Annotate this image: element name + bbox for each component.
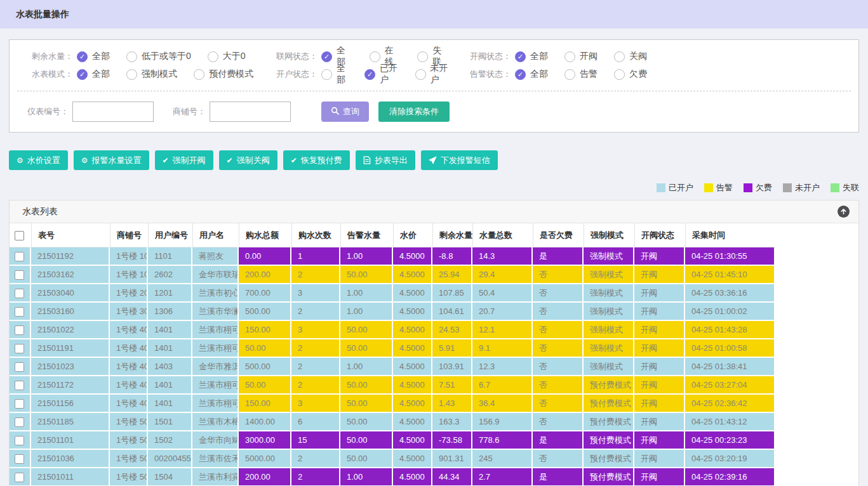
radio-checked-icon: ✓ [77, 69, 88, 80]
row-checkbox[interactable] [15, 362, 24, 372]
radio-icon [126, 69, 137, 80]
cell-collect-time: 04-25 03:36:16 [685, 284, 775, 303]
action-button-6[interactable]: 下发报警短信 [421, 150, 498, 170]
select-all-header-cell [10, 223, 31, 247]
column-header-2: 用户编号 [148, 223, 192, 247]
radio-account-status-0[interactable]: 全部 [321, 63, 348, 86]
cell-purchase-count: 2 [291, 468, 340, 486]
cell-purchase-total: 0.00 [239, 247, 291, 266]
clear-search-button[interactable]: 清除搜索条件 [378, 102, 450, 122]
row-checkbox[interactable] [15, 289, 24, 298]
cell-is-arrears: 否 [533, 376, 584, 395]
row-checkbox[interactable] [15, 417, 24, 427]
row-checkbox-cell [10, 431, 31, 450]
cell-user-name: 兰溪市华澜工 [192, 303, 239, 321]
radio-valve-status-2[interactable]: 关阀 [614, 51, 647, 62]
cell-alarm-volume: 1.00 [340, 358, 393, 376]
row-checkbox[interactable] [15, 325, 24, 335]
radio-icon [126, 51, 137, 62]
cell-price: 4.5000 [393, 358, 432, 376]
cell-remaining-volume: -8.8 [432, 247, 472, 266]
radio-meter-mode-1[interactable]: 强制模式 [126, 69, 177, 80]
row-checkbox[interactable] [15, 252, 24, 261]
radio-remaining-volume-0[interactable]: ✓全部 [77, 51, 110, 62]
cell-price: 4.5000 [393, 395, 432, 413]
radio-alarm-status-0[interactable]: ✓全部 [515, 69, 548, 80]
row-checkbox[interactable] [15, 344, 24, 353]
row-checkbox-cell [10, 413, 31, 431]
row-checkbox[interactable] [15, 399, 24, 409]
cell-meter-no: 21501192 [31, 247, 110, 266]
cell-remaining-volume: 107.85 [432, 284, 472, 303]
cell-collect-time: 04-25 01:43:28 [685, 321, 775, 339]
cell-user-name: 金华市向斌工 [192, 431, 239, 450]
cell-purchase-total: 150.00 [239, 321, 291, 339]
shop-no-input[interactable] [210, 102, 291, 122]
action-button-4[interactable]: ✔恢复预付费 [283, 150, 350, 170]
row-checkbox[interactable] [15, 307, 24, 317]
action-button-5[interactable]: 抄表导出 [356, 150, 415, 170]
radio-checked-icon: ✓ [77, 51, 88, 62]
radio-valve-status-1[interactable]: 开阀 [564, 51, 598, 62]
row-checkbox[interactable] [15, 270, 24, 280]
cell-mode: 预付费模式 [584, 468, 634, 486]
row-checkbox[interactable] [15, 436, 24, 445]
cell-collect-time: 04-25 01:38:41 [685, 358, 775, 376]
gear-icon: ⚙ [81, 157, 88, 164]
row-checkbox[interactable] [15, 473, 24, 482]
cell-valve-status: 开阀 [634, 450, 685, 468]
radio-meter-mode-2[interactable]: 预付费模式 [194, 69, 253, 80]
radio-remaining-volume-1[interactable]: 低于或等于0 [126, 51, 191, 62]
action-button-1[interactable]: ⚙报警水量设置 [74, 150, 149, 170]
filter-group-label: 开阀状态： [465, 51, 511, 62]
row-checkbox-cell [10, 266, 31, 284]
cell-purchase-count: 15 [291, 431, 340, 450]
legend-item-4: 失联 [831, 182, 859, 194]
cell-user-no: 1403 [148, 358, 192, 376]
check-icon: ✔ [227, 157, 233, 164]
radio-alarm-status-1[interactable]: 告警 [564, 69, 598, 80]
cell-mode: 预付费模式 [584, 413, 634, 431]
row-checkbox-cell [10, 358, 31, 376]
radio-alarm-status-2[interactable]: 欠费 [614, 69, 647, 80]
cell-alarm-volume: 1.00 [340, 284, 393, 303]
query-button[interactable]: 查询 [321, 102, 369, 122]
cell-remaining-volume: 7.51 [432, 376, 472, 395]
action-button-0[interactable]: ⚙水价设置 [9, 150, 68, 170]
radio-account-status-2[interactable]: 未开户 [415, 63, 449, 86]
action-button-3[interactable]: ✔强制关阀 [219, 150, 277, 170]
cell-meter-no: 21503040 [31, 284, 110, 303]
radio-valve-status-0[interactable]: ✓全部 [515, 51, 548, 62]
cell-valve-status: 开阀 [634, 395, 685, 413]
cell-valve-status: 开阀 [634, 247, 685, 266]
radio-remaining-volume-2[interactable]: 大于0 [208, 51, 246, 62]
row-checkbox[interactable] [15, 454, 24, 464]
legend-swatch [744, 183, 752, 192]
table-row: 215030401号楼 2011201兰溪市初心饭700.0031.004.50… [10, 284, 775, 303]
cell-price: 4.5000 [393, 321, 432, 339]
cell-purchase-total: 50.00 [239, 376, 291, 395]
row-checkbox[interactable] [15, 381, 24, 390]
cell-user-no: 1201 [148, 284, 192, 303]
cell-price: 4.5000 [393, 450, 432, 468]
radio-label: 全部 [92, 69, 110, 80]
query-button-label: 查询 [343, 106, 359, 117]
filter-group-valve-status: 开阀状态：✓全部开阀关阀 [465, 51, 858, 62]
scroll-top-icon[interactable] [838, 206, 850, 218]
cell-alarm-volume: 50.00 [340, 266, 393, 284]
cell-meter-no: 21501022 [31, 321, 110, 339]
cell-shop-no: 1号楼 104 [110, 266, 148, 284]
radio-account-status-1[interactable]: ✓已开户 [364, 63, 398, 86]
cell-is-arrears: 否 [533, 450, 584, 468]
select-all-checkbox[interactable] [15, 231, 24, 240]
meter-no-input[interactable] [72, 102, 154, 122]
cell-collect-time: 04-25 03:20:19 [685, 450, 775, 468]
cell-purchase-count: 3 [291, 284, 340, 303]
legend-label: 欠费 [756, 182, 772, 194]
cell-shop-no: 1号楼 503 [110, 450, 148, 468]
cell-user-no: 1401 [148, 339, 192, 358]
action-button-label: 恢复预付费 [301, 155, 342, 166]
cell-total-volume: 12.1 [472, 321, 533, 339]
action-button-2[interactable]: ✔强制开阀 [155, 150, 213, 170]
radio-meter-mode-0[interactable]: ✓全部 [77, 69, 110, 80]
